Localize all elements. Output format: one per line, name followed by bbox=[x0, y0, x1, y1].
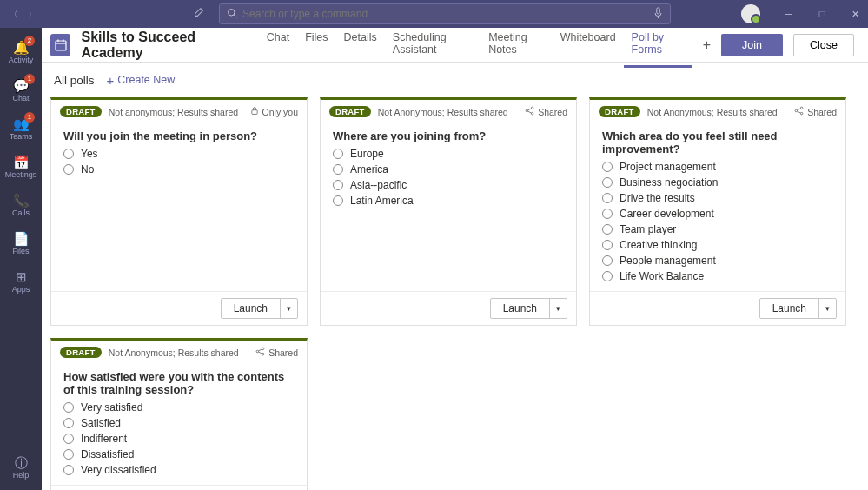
poll-question: How satisfied were you with the contents… bbox=[51, 361, 307, 401]
option-label: Career development bbox=[620, 208, 714, 220]
poll-option[interactable]: People management bbox=[602, 255, 833, 267]
poll-option[interactable]: Very satisfied bbox=[63, 401, 295, 414]
svg-point-18 bbox=[256, 350, 259, 353]
rail-item-apps[interactable]: ⊞Apps bbox=[0, 262, 42, 301]
poll-option[interactable]: Asia--pacific bbox=[333, 179, 564, 191]
compose-icon[interactable] bbox=[193, 6, 205, 22]
tab-details[interactable]: Details bbox=[336, 22, 385, 68]
svg-point-14 bbox=[801, 107, 804, 109]
radio-icon bbox=[333, 180, 343, 190]
poll-card-header: DRAFT Not Anonymous; Results shared Shar… bbox=[51, 341, 307, 361]
launch-button[interactable]: Launch▾ bbox=[759, 298, 837, 319]
poll-option[interactable]: Business negociation bbox=[602, 176, 833, 189]
poll-meta: Not Anonymous; Results shared bbox=[647, 107, 787, 117]
rail-item-help[interactable]: ⓘHelp bbox=[0, 452, 42, 483]
poll-option[interactable]: Career development bbox=[602, 208, 833, 220]
maximize-button[interactable]: □ bbox=[809, 0, 835, 28]
poll-option[interactable]: Indifferent bbox=[63, 433, 295, 445]
svg-line-22 bbox=[259, 352, 262, 354]
search-input[interactable] bbox=[242, 8, 648, 20]
poll-option[interactable]: Europe bbox=[333, 148, 564, 160]
radio-icon bbox=[63, 418, 74, 428]
poll-option[interactable]: Yes bbox=[63, 148, 295, 160]
rail-item-chat[interactable]: 💬Chat1 bbox=[0, 71, 42, 109]
poll-card-header: DRAFT Not anonymous; Results shared Only… bbox=[51, 100, 307, 121]
option-label: Europe bbox=[350, 148, 384, 160]
poll-option[interactable]: No bbox=[63, 163, 295, 175]
launch-button[interactable]: Launch▾ bbox=[221, 298, 298, 319]
poll-option[interactable]: Latin America bbox=[333, 195, 564, 207]
option-label: People management bbox=[620, 255, 716, 267]
polls-subheader: All polls + Create New bbox=[42, 63, 868, 97]
join-button[interactable]: Join bbox=[721, 34, 783, 56]
poll-option[interactable]: Satisfied bbox=[63, 417, 295, 429]
nav-forward-button[interactable]: 〉 bbox=[26, 8, 38, 21]
tab-chat[interactable]: Chat bbox=[259, 22, 297, 68]
poll-card: DRAFT Not Anonymous; Results shared Shar… bbox=[320, 97, 577, 326]
rail-item-files[interactable]: 📄Files bbox=[0, 224, 42, 262]
chevron-down-icon[interactable]: ▾ bbox=[549, 299, 567, 318]
svg-point-15 bbox=[801, 112, 804, 115]
avatar[interactable] bbox=[741, 4, 760, 23]
option-label: Asia--pacific bbox=[350, 179, 407, 191]
mic-icon[interactable] bbox=[653, 7, 663, 22]
poll-option[interactable]: America bbox=[333, 163, 564, 175]
close-button[interactable]: Close bbox=[793, 34, 854, 56]
nav-back-button[interactable]: 〈 bbox=[7, 8, 19, 21]
poll-meta: Not Anonymous; Results shared bbox=[378, 107, 518, 117]
rail-item-calls[interactable]: 📞Calls bbox=[0, 186, 42, 224]
share-icon bbox=[525, 106, 534, 117]
svg-line-21 bbox=[259, 349, 262, 351]
poll-options: YesNo bbox=[51, 148, 307, 184]
create-new-button[interactable]: + Create New bbox=[107, 73, 176, 88]
rail-item-meetings[interactable]: 📅Meetings bbox=[0, 148, 42, 186]
radio-icon bbox=[602, 271, 613, 281]
share-icon bbox=[255, 347, 265, 358]
tab-files[interactable]: Files bbox=[297, 22, 335, 68]
main-area: Skills to Succeed Academy ChatFilesDetai… bbox=[42, 28, 868, 490]
radio-icon bbox=[63, 449, 74, 460]
poll-option[interactable]: Team player bbox=[602, 223, 833, 235]
poll-option[interactable]: Project management bbox=[602, 161, 833, 173]
calls-icon: 📞 bbox=[13, 194, 30, 207]
radio-icon bbox=[63, 465, 74, 475]
poll-option[interactable]: Drive the results bbox=[602, 192, 833, 204]
svg-point-0 bbox=[229, 9, 235, 16]
help-icon: ⓘ bbox=[15, 456, 28, 469]
poll-option[interactable]: Life Work Balance bbox=[602, 270, 833, 282]
plus-icon: + bbox=[107, 73, 115, 88]
poll-option[interactable]: Creative thinking bbox=[602, 239, 833, 251]
svg-line-1 bbox=[234, 15, 236, 17]
poll-question: Will you join the meeting in person? bbox=[51, 121, 307, 148]
draft-badge: DRAFT bbox=[60, 106, 102, 117]
poll-option[interactable]: Dissatisfied bbox=[63, 448, 295, 460]
share-icon bbox=[794, 106, 804, 117]
poll-visibility: Only you bbox=[250, 106, 298, 117]
tab-meeting-notes[interactable]: Meeting Notes bbox=[480, 22, 553, 68]
svg-point-20 bbox=[262, 353, 265, 355]
poll-option[interactable]: Very dissatisfied bbox=[63, 464, 295, 476]
option-label: Business negociation bbox=[620, 176, 718, 189]
chevron-down-icon[interactable]: ▾ bbox=[818, 299, 836, 318]
tab-whiteboard[interactable]: Whiteboard bbox=[553, 22, 624, 68]
meetings-icon: 📅 bbox=[13, 156, 30, 169]
tab-poll-by-forms[interactable]: Poll by Forms bbox=[624, 22, 692, 68]
add-tab-button[interactable]: + bbox=[696, 37, 718, 53]
poll-card: DRAFT Not Anonymous; Results shared Shar… bbox=[589, 97, 846, 326]
launch-button[interactable]: Launch▾ bbox=[490, 298, 567, 319]
option-label: Yes bbox=[81, 148, 98, 160]
channel-tab-bar: Skills to Succeed Academy ChatFilesDetai… bbox=[42, 28, 868, 63]
poll-options: EuropeAmericaAsia--pacificLatin America bbox=[321, 148, 576, 215]
apps-icon: ⊞ bbox=[16, 270, 27, 283]
svg-point-9 bbox=[532, 107, 534, 109]
close-window-button[interactable]: ✕ bbox=[842, 0, 868, 28]
chevron-down-icon[interactable]: ▾ bbox=[280, 299, 297, 318]
rail-item-teams[interactable]: 👥Teams1 bbox=[0, 109, 42, 148]
rail-item-activity[interactable]: 🔔Activity2 bbox=[0, 33, 42, 71]
minimize-button[interactable]: ─ bbox=[776, 0, 802, 28]
option-label: Satisfied bbox=[81, 417, 121, 429]
svg-line-11 bbox=[528, 109, 532, 110]
tab-scheduling-assistant[interactable]: Scheduling Assistant bbox=[385, 22, 480, 68]
draft-badge: DRAFT bbox=[60, 347, 102, 358]
poll-card-footer: Launch▾ bbox=[590, 291, 845, 325]
